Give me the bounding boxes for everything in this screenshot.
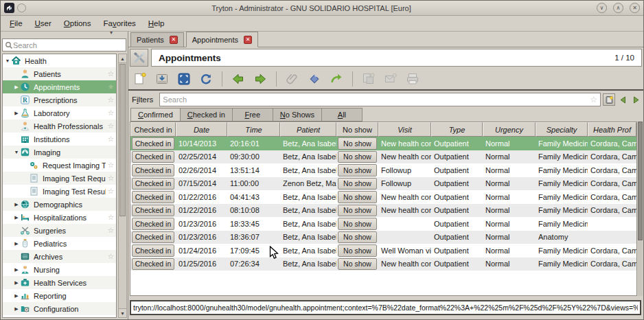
url-input[interactable] [131,304,640,312]
print-button[interactable] [404,70,422,88]
tree-expander-icon[interactable]: ▶ [13,111,20,116]
tab-close-icon[interactable]: ✕ [170,36,178,44]
filter-tab-all[interactable]: All [322,108,363,122]
table-row[interactable]: Checked in01/23/201618:33:45Betz, Ana Is… [130,217,636,231]
column-header-no-show[interactable]: No show [336,122,378,137]
table-scrollbar-thumb[interactable] [638,122,643,240]
column-header-time[interactable]: Time [227,122,280,137]
menu-help[interactable]: Help [142,17,171,30]
scrollbar-thumb[interactable] [119,64,126,216]
favorite-star-icon[interactable]: ☆ [106,213,116,222]
checked-in-button[interactable]: Checked in [132,258,174,271]
close-button[interactable]: ✕ [630,3,640,13]
favorite-star-icon[interactable]: ☆ [106,174,116,183]
attachment-button[interactable] [284,70,301,88]
sidebar-item-health[interactable]: ▼Health [3,54,116,67]
bookmarks-button[interactable] [603,93,615,106]
checked-in-button[interactable]: Checked in [132,244,174,257]
menu-user[interactable]: User [29,17,58,30]
scroll-up-icon[interactable]: ▲ [119,54,126,63]
checked-in-button[interactable]: Checked in [132,178,174,190]
sidebar-scrollbar[interactable]: ▲ ▼ [118,54,127,318]
sidebar-item-prescriptions[interactable]: RPrescriptions☆ [3,93,116,106]
minimize-button[interactable]: ∨ [597,3,607,13]
table-row[interactable]: Checked in07/15/201411:00:00Zenon Betz, … [130,177,636,191]
menu-options[interactable]: Options [58,17,97,30]
tree-expander-icon[interactable]: ▶ [13,202,20,207]
table-row[interactable]: Checked in01/25/201607:26:34Betz, Ana Is… [130,258,636,271]
sidebar-item-institutions[interactable]: Institutions☆ [3,133,116,146]
sidebar-search-box[interactable] [2,38,126,52]
sidebar-item-health-services[interactable]: ▶Health Services [3,276,116,289]
sidebar-item-hospitalizations[interactable]: ▶Hospitalizations☆ [3,211,116,224]
favorite-star-icon[interactable]: ★ [106,82,116,91]
sidebar-item-demographics[interactable]: ▶Demographics [3,198,116,211]
tab-close-icon[interactable]: ✕ [244,36,252,44]
table-row[interactable]: Checked in10/14/201320:16:01Betz, Ana Is… [130,137,636,150]
previous-button[interactable] [229,70,247,88]
favorite-star-icon[interactable]: ☆ [106,135,116,144]
favorite-star-icon[interactable]: ☆ [106,95,116,104]
tree-expander-icon[interactable]: ▼ [13,150,20,155]
table-row[interactable]: Checked in02/25/201409:30:00Betz, Ana Is… [130,150,636,164]
no-show-button[interactable]: No show [338,205,377,217]
sidebar-item-imaging-test-requ[interactable]: Imaging Test Requ☆ [3,172,116,185]
switch-view-button[interactable] [175,70,193,88]
sidebar-item-health-professionals[interactable]: Health Professionals☆ [3,119,116,133]
column-header-urgency[interactable]: Urgency [483,122,536,137]
sidebar-search-input[interactable] [13,41,124,49]
sidebar-collapse-handle[interactable]: ▾ [1,32,128,38]
sidebar-item-nursing[interactable]: ▶Nursing [3,263,116,276]
no-show-button[interactable]: No show [338,151,377,163]
filter-tab-free[interactable]: Free [233,108,273,122]
no-show-button[interactable]: No show [338,231,377,244]
filter-search-input[interactable] [163,95,590,104]
no-show-button[interactable]: No show [338,218,377,230]
note-button[interactable] [306,70,323,88]
checked-in-button[interactable]: Checked in [132,218,174,230]
titlebar[interactable]: Tryton - Administrator - GNU SOLIDARIO H… [1,1,643,16]
checked-in-button[interactable]: Checked in [132,205,174,217]
sidebar-item-archives[interactable]: Archives☆ [3,250,116,263]
filter-tab-confirmed[interactable]: Confirmed [130,108,181,122]
tree-expander-icon[interactable]: ▶ [13,267,20,273]
filter-search-box[interactable]: ☆ [159,93,601,106]
favorite-star-icon[interactable]: ☆ [106,108,116,117]
no-show-button[interactable]: No show [338,244,377,257]
tree-expander-icon[interactable]: ▶ [13,306,20,312]
sidebar-item-patients[interactable]: Patients☆ [3,67,116,80]
column-header-visit[interactable]: Visit [378,122,431,137]
tree-expander-icon[interactable]: ▶ [13,280,20,286]
table-row[interactable]: Checked in01/23/201618:36:07Betz, Ana Is… [130,231,636,244]
maximize-button[interactable]: ∧ [613,3,623,13]
previous-page-button[interactable] [617,94,628,105]
sidebar-item-reporting[interactable]: ▶Reporting [3,289,116,302]
table-row[interactable]: Checked in01/24/201617:09:45Betz, Ana Is… [130,244,636,258]
column-header-type[interactable]: Type [431,122,483,137]
sidebar-item-laboratory[interactable]: ▶Laboratory☆ [3,106,116,119]
checked-in-button[interactable]: Checked in [132,164,174,176]
tree-expander-icon[interactable]: ▶ [13,293,20,299]
next-button[interactable] [251,70,269,88]
url-statusbar[interactable] [130,300,641,315]
no-show-button[interactable]: No show [338,164,377,176]
no-show-button[interactable]: No show [338,191,377,203]
menu-favorites[interactable]: Favorites [97,17,141,30]
sidebar-item-appointments[interactable]: ▶Appointments★ [3,80,116,93]
filter-tab-no-shows[interactable]: No Shows [273,108,322,122]
favorite-star-icon[interactable]: ☆ [106,226,116,235]
no-show-button[interactable]: No show [338,137,377,150]
save-button[interactable] [153,70,171,88]
scroll-down-icon[interactable]: ▼ [119,308,126,317]
checked-in-button[interactable]: Checked in [132,151,174,163]
column-header-date[interactable]: Date [176,122,227,137]
favorite-star-icon[interactable]: ☆ [106,187,116,196]
email-button[interactable] [382,70,400,88]
no-show-button[interactable]: No show [338,178,377,190]
relate-button[interactable] [360,70,378,88]
filter-tab-checked-in[interactable]: Checked in [181,108,233,122]
sidebar-item-configuration[interactable]: ▶Configuration [3,302,116,315]
bookmark-star-icon[interactable]: ☆ [590,95,597,104]
favorite-star-icon[interactable]: ☆ [106,161,116,170]
tree-expander-icon[interactable]: ▶ [13,215,20,220]
